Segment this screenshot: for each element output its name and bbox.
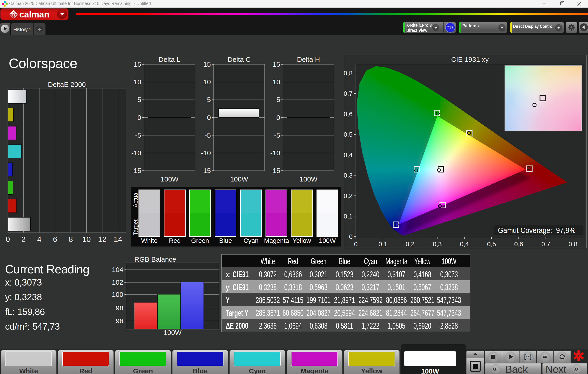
svg-text:RGB Balance: RGB Balance <box>134 256 176 263</box>
svg-text:5: 5 <box>276 96 280 103</box>
svg-text:-10: -10 <box>131 149 141 157</box>
svg-text:DeltaE 2000: DeltaE 2000 <box>48 81 86 88</box>
svg-text:0: 0 <box>137 114 141 121</box>
svg-text:100W: 100W <box>300 175 318 183</box>
svg-text:0,1: 0,1 <box>344 213 353 220</box>
svg-text:15: 15 <box>273 60 280 68</box>
svg-text:0: 0 <box>349 233 353 240</box>
svg-text:0,4: 0,4 <box>460 241 469 248</box>
svg-text:102: 102 <box>112 278 123 286</box>
svg-text:10: 10 <box>273 78 280 86</box>
svg-text:-10: -10 <box>270 149 280 157</box>
svg-text:0,7: 0,7 <box>541 241 550 248</box>
svg-text:12: 12 <box>98 235 106 244</box>
svg-text:6: 6 <box>53 235 57 244</box>
svg-text:8: 8 <box>69 235 73 244</box>
svg-text:0: 0 <box>207 114 211 121</box>
svg-text:Delta H: Delta H <box>297 56 320 63</box>
svg-text:10: 10 <box>203 78 211 86</box>
svg-text:0,7: 0,7 <box>344 90 353 97</box>
svg-text:0,8: 0,8 <box>568 241 578 248</box>
svg-text:∞: ∞ <box>543 353 547 360</box>
svg-text:100: 100 <box>112 291 123 298</box>
svg-text:104: 104 <box>112 266 123 273</box>
svg-text:0,2: 0,2 <box>344 192 353 199</box>
svg-text:4: 4 <box>37 235 41 244</box>
svg-text:0: 0 <box>276 114 280 121</box>
svg-text:Delta C: Delta C <box>228 56 251 63</box>
svg-text:2: 2 <box>21 235 25 244</box>
svg-text:Actual: Actual <box>132 191 139 207</box>
svg-text:5: 5 <box>207 96 211 103</box>
svg-text:0,8: 0,8 <box>344 70 353 77</box>
svg-text:15: 15 <box>134 60 141 68</box>
svg-text:100W: 100W <box>230 175 248 183</box>
svg-text:100W: 100W <box>164 329 182 336</box>
svg-text:Gamut Coverage: 97,9%: Gamut Coverage: 97,9% <box>498 226 576 235</box>
svg-text:0,3: 0,3 <box>344 172 353 179</box>
svg-text:10: 10 <box>134 78 141 86</box>
svg-text:-5: -5 <box>205 131 211 139</box>
svg-text:100W: 100W <box>160 175 179 183</box>
svg-text:5: 5 <box>137 96 141 103</box>
svg-text:0,6: 0,6 <box>514 241 523 248</box>
svg-text:96: 96 <box>116 317 123 325</box>
svg-text:-10: -10 <box>201 149 211 157</box>
svg-text:0,3: 0,3 <box>433 241 442 248</box>
svg-text:0,1: 0,1 <box>378 241 388 248</box>
svg-text:14: 14 <box>114 235 122 244</box>
svg-text:-5: -5 <box>135 131 141 139</box>
svg-text:Delta L: Delta L <box>158 56 180 63</box>
svg-text:[··]: [··] <box>524 353 532 360</box>
svg-text:-15: -15 <box>201 167 211 174</box>
svg-text:-15: -15 <box>270 167 280 174</box>
svg-text:0,4: 0,4 <box>344 151 353 159</box>
svg-text:15: 15 <box>203 60 211 68</box>
svg-text:0,6: 0,6 <box>344 110 353 118</box>
svg-text:0: 0 <box>354 241 358 248</box>
svg-text:-5: -5 <box>274 131 280 139</box>
svg-text:0,5: 0,5 <box>487 241 496 248</box>
svg-text:98: 98 <box>116 304 123 312</box>
svg-text:10: 10 <box>82 235 91 244</box>
svg-text:0,5: 0,5 <box>344 131 353 138</box>
svg-text:Target: Target <box>132 219 139 235</box>
svg-text:-15: -15 <box>131 167 141 174</box>
svg-text:CIE 1931 xy: CIE 1931 xy <box>451 56 489 63</box>
svg-text:0: 0 <box>6 235 10 244</box>
svg-text:0,2: 0,2 <box>406 241 415 248</box>
